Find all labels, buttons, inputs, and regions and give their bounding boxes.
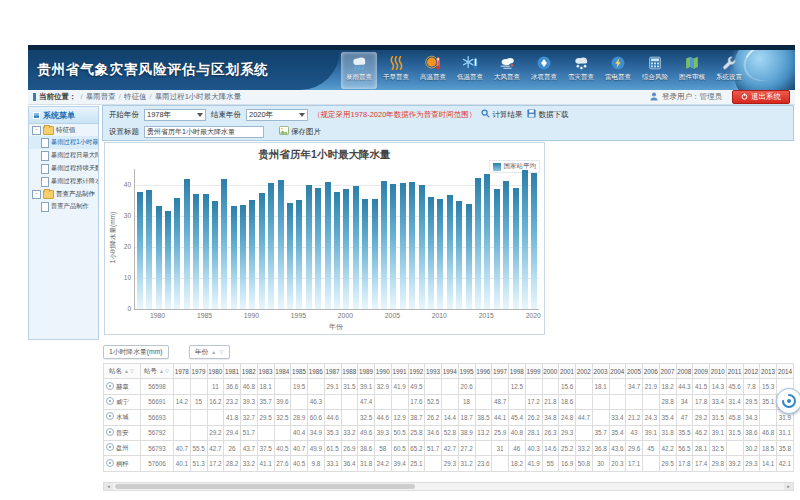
toolbar-item-rainstorm[interactable]: 暴雨普查 [341, 52, 377, 89]
value-cell: 51.7 [241, 425, 258, 440]
value-cell: 32.5 [274, 410, 291, 425]
column-header-year-2014[interactable]: 2014 [777, 364, 794, 379]
y-axis-tick-label: 0 [107, 305, 131, 312]
column-header-year-1987[interactable]: 1987 [324, 364, 341, 379]
measure-chip[interactable]: 1小时降水量(mm) [103, 345, 169, 359]
column-header-year-1991[interactable]: 1991 [391, 364, 408, 379]
column-header-year-1984[interactable]: 1984 [274, 364, 291, 379]
toolbar-item-drought[interactable]: 干旱普查 [378, 52, 414, 89]
station-radio[interactable] [106, 443, 114, 451]
column-header-year-1981[interactable]: 1981 [224, 364, 241, 379]
year-chip[interactable]: 年份 ▲ ▽ [189, 345, 231, 359]
column-header-year-2012[interactable]: 2012 [743, 364, 760, 379]
toolbar-item-map-review[interactable]: 图件审核 [674, 52, 710, 89]
horizontal-scrollbar[interactable]: ◂ ▸ [103, 482, 794, 491]
column-header-year-2003[interactable]: 2003 [592, 364, 609, 379]
column-header-year-2013[interactable]: 2013 [760, 364, 777, 379]
value-cell: 24.8 [559, 410, 576, 425]
bar-2013 [466, 204, 472, 309]
column-header-station-name[interactable]: 站名 ▲▽ [104, 364, 141, 379]
column-header-year-2010[interactable]: 2010 [710, 364, 727, 379]
toolbar-item-high-temp[interactable]: 高温普查 [415, 52, 451, 89]
end-year-select[interactable]: 2020年 [246, 109, 308, 121]
calculate-button[interactable]: 计算结果 [481, 109, 522, 120]
toolbar-item-hail[interactable]: 冰雹普查 [526, 52, 562, 89]
column-header-year-2004[interactable]: 2004 [609, 364, 626, 379]
column-header-year-1998[interactable]: 1998 [509, 364, 526, 379]
station-radio[interactable] [106, 459, 114, 467]
scroll-right-arrow[interactable]: ▸ [784, 483, 793, 490]
toolbar-item-lightning[interactable]: 雷电普查 [600, 52, 636, 89]
column-header-station-id[interactable]: 站号 ▲▽ [141, 364, 174, 379]
station-radio[interactable] [106, 397, 114, 405]
value-cell: 29.4 [224, 425, 241, 440]
value-cell [375, 394, 392, 409]
download-button[interactable]: 数据下载 [527, 109, 568, 120]
sidebar-group[interactable]: -特征值 [29, 124, 98, 136]
breadcrumb-item[interactable]: 暴雨普查 [86, 92, 116, 101]
chart-title-input[interactable] [144, 126, 264, 138]
column-header-year-2011[interactable]: 2011 [726, 364, 743, 379]
column-header-year-2002[interactable]: 2002 [576, 364, 593, 379]
column-header-year-1983[interactable]: 1983 [257, 364, 274, 379]
scroll-left-arrow[interactable]: ◂ [104, 483, 113, 490]
save-image-button[interactable]: 保存图片 [279, 126, 321, 137]
column-header-year-1993[interactable]: 1993 [425, 364, 442, 379]
station-id-cell: 56598 [141, 379, 174, 394]
toolbar-item-snow[interactable]: 雪灾普查 [563, 52, 599, 89]
column-header-year-2008[interactable]: 2008 [676, 364, 693, 379]
logout-button[interactable]: 退出系统 [732, 90, 790, 104]
column-header-year-1992[interactable]: 1992 [408, 364, 425, 379]
column-header-year-1989[interactable]: 1989 [358, 364, 375, 379]
column-header-year-1988[interactable]: 1988 [341, 364, 358, 379]
breadcrumb-item[interactable]: 暴雨过程1小时最大降水量 [155, 92, 242, 101]
column-header-year-1978[interactable]: 1978 [174, 364, 191, 379]
station-radio[interactable] [106, 428, 114, 436]
column-header-year-1995[interactable]: 1995 [458, 364, 475, 379]
column-header-year-2001[interactable]: 2001 [559, 364, 576, 379]
column-header-year-1999[interactable]: 1999 [525, 364, 542, 379]
value-cell: 26.2 [525, 410, 542, 425]
toolbar-item-low-temp[interactable]: 低温普查 [452, 52, 488, 89]
column-header-year-1990[interactable]: 1990 [375, 364, 392, 379]
toolbar-item-wind[interactable]: 大风普查 [489, 52, 525, 89]
station-radio[interactable] [106, 412, 114, 420]
column-header-year-1986[interactable]: 1986 [308, 364, 325, 379]
column-header-year-2000[interactable]: 2000 [542, 364, 559, 379]
risk-icon [646, 53, 664, 72]
scrollbar-thumb[interactable] [115, 484, 415, 489]
sort-icons: ▲▽ [122, 368, 135, 374]
sidebar-item[interactable]: 暴雨过程持续天数 [29, 162, 98, 175]
sidebar-item[interactable]: 暴雨过程日最大降水量 [29, 149, 98, 162]
column-header-year-1985[interactable]: 1985 [291, 364, 308, 379]
sidebar-group[interactable]: -普查产品制作 [29, 188, 98, 200]
column-header-year-2009[interactable]: 2009 [693, 364, 710, 379]
value-cell: 42.2 [659, 440, 676, 455]
station-radio[interactable] [106, 382, 114, 390]
breadcrumb-prefix: 当前位置： [39, 92, 77, 102]
column-header-year-1996[interactable]: 1996 [475, 364, 492, 379]
column-header-year-1979[interactable]: 1979 [190, 364, 207, 379]
value-cell: 58 [375, 440, 392, 455]
value-cell: 38.6 [358, 440, 375, 455]
expand-icon[interactable]: - [32, 190, 41, 199]
column-header-year-2007[interactable]: 2007 [659, 364, 676, 379]
floating-widget-button[interactable] [776, 388, 800, 414]
start-year-select[interactable]: 1978年 [144, 109, 206, 121]
column-header-year-1982[interactable]: 1982 [241, 364, 258, 379]
value-cell: 14.3 [710, 379, 727, 394]
value-cell [274, 379, 291, 394]
column-header-year-2005[interactable]: 2005 [626, 364, 643, 379]
toolbar-item-risk[interactable]: 综合风险 [637, 52, 673, 89]
sidebar-item[interactable]: 暴雨过程1小时最大降水量 [29, 136, 98, 149]
column-header-year-1980[interactable]: 1980 [207, 364, 224, 379]
column-header-year-1994[interactable]: 1994 [442, 364, 459, 379]
sidebar-item[interactable]: 普查产品制作 [29, 200, 98, 213]
column-header-year-1997[interactable]: 1997 [492, 364, 509, 379]
sidebar-item[interactable]: 暴雨过程累计降水量 [29, 175, 98, 188]
toolbar-item-settings[interactable]: 系统设置 [711, 52, 747, 89]
breadcrumb-item[interactable]: 特征值 [124, 92, 147, 101]
expand-icon[interactable]: - [32, 126, 41, 135]
value-cell: 18.7 [458, 410, 475, 425]
column-header-year-2006[interactable]: 2006 [643, 364, 660, 379]
